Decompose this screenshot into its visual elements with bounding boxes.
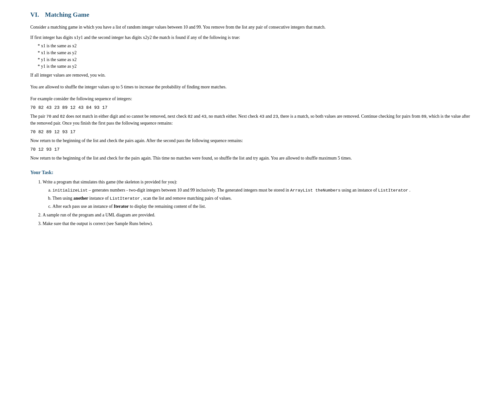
intro-para2-block: If first integer has digits x1y1 and the… [30, 34, 474, 70]
intro-para1: Consider a matching game in which you ha… [30, 24, 474, 31]
bullet-item-1: x1 is the same as x2 [38, 43, 474, 49]
iterator-bold: Iterator [114, 204, 129, 209]
task-item-1b: Then using another instance of ListItera… [52, 195, 474, 202]
task-item-1a: initializeList – generates numbers - two… [52, 187, 474, 194]
intro-para5: For example consider the following seque… [30, 96, 474, 102]
bullet-item-2: x1 is the same as y2 [38, 49, 474, 56]
seq3-line: 70 12 93 17 [30, 146, 474, 153]
section-number: VI. [30, 10, 39, 19]
section-title: Matching Game [45, 10, 89, 19]
mono-70: 70 [46, 114, 51, 119]
example-seq-line: 70 82 43 23 89 12 43 84 93 17 [30, 104, 474, 111]
task-alpha-list: initializeList – generates numbers - two… [52, 187, 474, 210]
para7-block: Now return to the beginning of the list … [30, 137, 474, 144]
intro-para4: You are allowed to shuffle the integer v… [30, 84, 474, 91]
mono-82b: 82 [188, 114, 193, 119]
task-numbered-list: Write a program that simulates this game… [43, 178, 474, 227]
task-item-3: Make sure that the output is correct (se… [43, 220, 474, 227]
task-item-2: A sample run of the program and a UML di… [43, 211, 474, 219]
para6-block: The pair 70 and 82 does not match in eit… [30, 113, 474, 127]
mono-43b: 43 [259, 114, 264, 119]
your-task-heading: Your Task: [30, 169, 474, 176]
mono-43: 43 [202, 114, 206, 119]
bullet-list: x1 is the same as x2 x1 is the same as y… [38, 43, 474, 70]
task-item-1: Write a program that simulates this game… [43, 178, 474, 210]
para8-block: Now return to the beginning of the list … [30, 155, 474, 162]
seq2-line: 70 82 89 12 93 17 [30, 129, 474, 135]
mono-23: 23 [273, 114, 278, 119]
intro-para3: If all integer values are removed, you w… [30, 72, 474, 79]
bullet-item-3: y1 is the same as x2 [38, 56, 474, 63]
page-container: VI. Matching Game Consider a matching ga… [30, 10, 474, 227]
section-header: VI. Matching Game [30, 10, 474, 19]
arraylist-code: ArrayList theNumbers [290, 188, 340, 193]
bullet-item-4: y1 is the same as y2 [38, 63, 474, 70]
mono-89: 89 [421, 114, 426, 119]
listiterator-code-1: ListIterator [378, 188, 408, 193]
another-bold: another [73, 196, 88, 201]
task-item-1c: After each pass use an instance of Itera… [52, 203, 474, 210]
mono-82: 82 [60, 114, 65, 119]
listiterator-code-2: ListIterator [110, 196, 140, 201]
initialize-list-code: initializeList [52, 188, 88, 193]
